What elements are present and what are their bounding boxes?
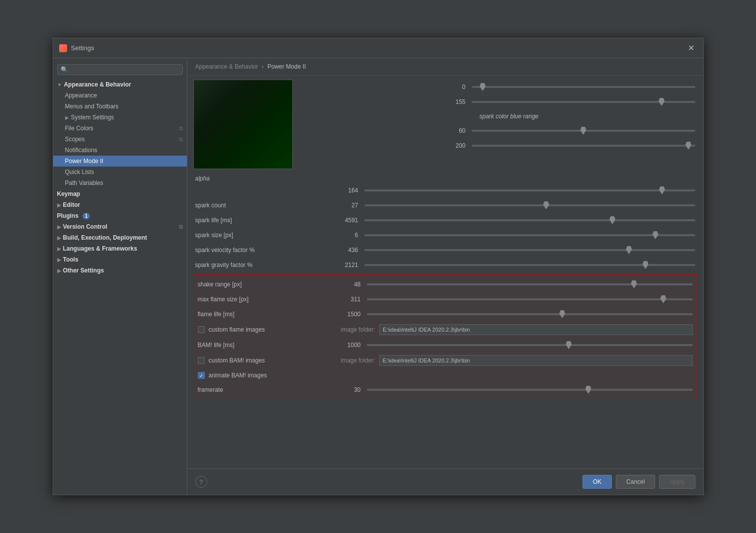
custom-bam-images-checkbox[interactable] [198,357,205,364]
sidebar-item-build-execution[interactable]: ▶ Build, Execution, Deployment [53,232,187,243]
slider-container[interactable] [367,340,693,350]
sidebar-item-label: Power Mode II [65,158,103,165]
sidebar-item-file-colors[interactable]: File Colors ⧉ [53,123,187,134]
slider-thumb[interactable] [631,280,637,288]
slider-thumb[interactable] [659,98,665,106]
slider-container[interactable] [364,230,695,240]
ok-button[interactable]: OK [583,475,612,489]
slider-container[interactable] [472,82,695,92]
alpha-slider-container[interactable] [364,185,695,195]
sidebar-item-system-settings[interactable]: ▶ System Settings [53,112,187,123]
slider-thumb[interactable] [685,142,691,150]
plugins-badge: 1 [83,213,90,219]
slider-container[interactable] [472,97,695,107]
slider-thumb[interactable] [643,261,649,269]
preview-area [193,80,293,169]
sidebar-item-power-mode-ii[interactable]: Power Mode II [53,156,187,167]
close-button[interactable]: ✕ [685,42,697,54]
search-box[interactable]: 🔍 [57,64,183,75]
sidebar-item-label: Appearance & Behavior [64,81,131,88]
chevron-right-icon: ▶ [65,115,69,120]
slider-thumb[interactable] [653,231,659,239]
sidebar-item-label: Appearance [65,92,97,99]
slider-track [364,189,695,191]
spark-velocity-row: spark velocity factor % 436 [193,243,697,258]
copy-icon: ⧉ [179,136,183,143]
flame-image-folder-input[interactable] [379,324,693,335]
animate-bam-checkbox[interactable] [198,372,205,379]
slider-container[interactable] [364,200,695,210]
sidebar-item-keymap[interactable]: Keymap [53,188,187,199]
slider-thumb[interactable] [660,295,666,303]
slider-track [367,283,693,285]
cancel-button[interactable]: Cancel [616,475,655,489]
slider-thumb[interactable] [659,186,665,194]
row-label: shake range [px] [198,281,242,288]
search-input[interactable] [70,66,179,73]
slider-container[interactable] [472,126,695,136]
slider-thumb[interactable] [581,127,587,135]
slider-value: 311 [350,296,360,303]
breadcrumb-separator: › [262,63,264,70]
sidebar-item-label: Notifications [65,147,97,154]
sidebar-item-plugins[interactable]: Plugins 1 [53,210,187,221]
sidebar-item-label: Version Control [63,223,107,230]
image-folder-label: image folder: [341,326,375,333]
help-button[interactable]: ? [195,476,207,488]
slider-thumb[interactable] [566,341,572,349]
slider-container[interactable] [364,245,695,255]
slider-value: 30 [354,386,360,393]
slider-thumb[interactable] [480,83,486,91]
animate-bam-row: animate BAM! images [196,368,695,382]
sidebar-item-path-variables[interactable]: Path Variables [53,178,187,188]
slider-thumb[interactable] [626,246,632,254]
spark-size-row: spark size [px] 6 [193,228,697,243]
row-label: flame life [ms] [198,311,235,318]
slider-thumb[interactable] [543,201,549,209]
slider-value: 1000 [347,342,361,349]
sidebar-item-scopes[interactable]: Scopes ⧉ [53,134,187,145]
alpha-label: alpha [193,173,697,183]
flame-life-row: flame life [ms] 1500 [196,307,695,322]
slider-thumb[interactable] [559,310,565,318]
highlighted-section: shake range [px] 48 max flame size [px] … [193,274,697,400]
settings-dialog: Settings ✕ 🔍 ▼ Appearance & Behavior App… [53,38,704,495]
sidebar-item-languages-frameworks[interactable]: ▶ Languages & Frameworks [53,243,187,254]
slider-container[interactable] [367,294,693,304]
slider-container[interactable] [364,260,695,270]
chevron-right-icon: ▶ [57,257,61,263]
apply-button[interactable]: Apply [659,475,695,489]
sidebar-item-quick-lists[interactable]: Quick Lists [53,167,187,178]
sidebar-item-label: Menus and Toolbars [65,103,119,110]
bam-image-folder-input[interactable] [379,355,693,366]
main-panel: Appearance & Behavior › Power Mode II 0 [187,58,703,495]
framerate-row: framerate 30 [196,382,695,397]
sidebar-item-notifications[interactable]: Notifications [53,145,187,156]
slider-thumb[interactable] [609,216,615,224]
row-label: spark velocity factor % [195,247,255,254]
sidebar-item-editor[interactable]: ▶ Editor [53,199,187,210]
slider-container[interactable] [472,141,695,151]
sidebar-item-tools[interactable]: ▶ Tools [53,254,187,265]
breadcrumb-current: Power Mode II [267,63,306,70]
sidebar-item-menus-toolbars[interactable]: Menus and Toolbars [53,101,187,112]
dialog-title: Settings [71,44,94,52]
chevron-right-icon: ▶ [57,202,61,208]
sidebar-item-other-settings[interactable]: ▶ Other Settings [53,265,187,276]
sidebar-item-appearance-behavior[interactable]: ▼ Appearance & Behavior [53,79,187,90]
slider-container[interactable] [364,215,695,225]
custom-flame-images-checkbox[interactable] [198,326,205,333]
sidebar-item-label: File Colors [65,125,93,132]
slider-row: 60 [301,123,697,138]
slider-track [364,234,695,236]
slider-container[interactable] [367,385,693,395]
sidebar-item-version-control[interactable]: ▶ Version Control ⧉ [53,221,187,232]
slider-container[interactable] [367,309,693,319]
slider-container[interactable] [367,279,693,289]
sidebar-item-label: Keymap [57,190,81,197]
chevron-right-icon: ▶ [57,235,61,241]
spark-count-row: spark count 27 [193,198,697,213]
sidebar-item-appearance[interactable]: Appearance [53,90,187,101]
slider-value: 155 [455,98,465,105]
slider-thumb[interactable] [586,386,591,394]
